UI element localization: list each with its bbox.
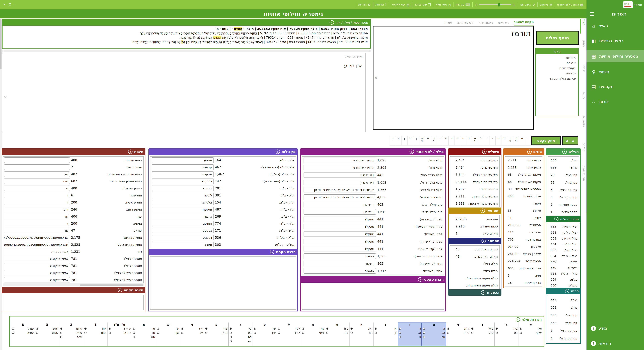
result-text-box[interactable]: תשרקצפעסנמלכיטחזוזחטיכלמנסעפצקרקצפעסנמ [4,242,70,247]
result-text-box[interactable]: מז [4,228,70,233]
radio-button[interactable] [375,332,377,334]
side-tab[interactable]: שעשועים [582,116,586,127]
fill-option[interactable]: עין [254,327,276,331]
radio-button[interactable] [133,336,135,338]
fill-option[interactable]: תאו [133,335,155,339]
fill-option[interactable]: הא [423,331,445,335]
fill-option[interactable]: צדיק [205,331,227,335]
fill-option[interactable]: כאף [302,331,324,335]
letter-count-cell[interactable]: ם [407,136,414,145]
fill-option[interactable]: כף [302,327,324,331]
radio-button[interactable] [399,332,401,334]
result-text-box[interactable]: שצזקצדקסבג [4,263,70,268]
calc-tab[interactable]: טקסט לחישוב [514,20,534,25]
result-text-box[interactable]: תיו יוד ויו ויו יוד ויו ריש יוד שין מם מ… [304,187,376,192]
delete-text-button[interactable]: מחק טקסט [531,136,561,145]
radio-button[interactable] [350,332,353,334]
collapse-arrow-icon[interactable]: ∧ [554,217,558,221]
toolbar-item[interactable]: ⌨ מקלדת [456,3,470,6]
sidebar-item[interactable]: רמזים בסיסיים ◧ [586,36,644,46]
result-text-box[interactable]: קדשסג [152,164,214,170]
copy-icon[interactable]: ❐ [8,3,11,6]
radio-button[interactable] [133,332,135,334]
radio-button[interactable] [84,332,86,334]
result-text-box[interactable]: מדקיפג [152,171,214,177]
fill-option[interactable]: רש [181,331,203,335]
radio-button[interactable] [302,332,304,334]
result-text-box[interactable]: שהקלו [304,224,376,229]
result-text-box[interactable]: אזשמח [304,268,376,274]
result-text-box[interactable]: ר [4,200,70,205]
radio-button[interactable] [133,328,135,330]
result-text-box[interactable]: יו יו יש ם ין [304,180,376,185]
radio-button[interactable] [230,336,232,338]
close-icon[interactable]: ✕ [3,3,6,6]
radio-button[interactable] [109,328,111,330]
fill-option[interactable]: שמנה [12,331,34,335]
letter-count-cell[interactable]: ן [402,136,408,145]
fill-option[interactable]: אחד [84,327,106,331]
fill-option[interactable]: י + ה [109,331,131,335]
result-text-box[interactable]: אפגיע [152,157,214,163]
radio-button[interactable] [230,332,232,334]
fill-option[interactable]: פי [230,327,252,331]
calc-tab[interactable]: משולש מילה [457,21,474,25]
repository-item[interactable]: בעילת מצוה [536,65,578,70]
radio-button[interactable] [302,328,304,330]
fill-option[interactable]: אלוף [520,331,542,335]
radio-button[interactable] [399,336,401,338]
fill-option[interactable]: הי [423,327,445,331]
fill-option[interactable]: פה [230,335,252,339]
fill-option[interactable]: וו [399,335,421,339]
radio-button[interactable] [350,328,353,330]
letter-count-cell[interactable]: ת 1 [419,136,425,145]
result-text-box[interactable]: זמורג [152,242,214,247]
toolbar-item[interactable]: ? הוראות [376,3,387,6]
calc-tab[interactable]: צורות [444,21,452,25]
toolbar-item[interactable]: ⇄ צירופים [540,3,552,6]
radio-button[interactable] [423,332,425,334]
radio-button[interactable] [326,332,328,334]
side-tab[interactable]: מאגר [582,19,586,25]
calc-tab[interactable]: השוואות [498,21,509,25]
radio-button[interactable] [471,328,474,330]
repository-item[interactable]: יהי שם הוי"ה מבורך [536,75,578,80]
fill-option[interactable]: פיא [230,339,252,343]
radio-button[interactable] [12,332,14,334]
letter-count-cell[interactable]: ו 1 [513,136,519,145]
letter-count-cell[interactable]: ס [460,136,466,145]
result-text-box[interactable]: לונשה [152,193,214,198]
result-text-box[interactable]: ו ו ש ם ן [304,202,376,207]
radio-button[interactable] [181,328,183,330]
radio-button[interactable] [375,328,377,330]
radio-button[interactable] [520,328,522,330]
result-text-box[interactable]: כעבסט [152,228,214,233]
letter-count-cell[interactable]: ל [478,136,484,145]
sidebar-item[interactable]: חיפוש ⚲ [586,67,644,77]
result-text-box[interactable]: ותחשם [152,221,214,226]
fill-option[interactable]: בית [496,327,518,331]
collapse-arrow-icon[interactable]: ∧ [418,277,422,282]
fill-option[interactable]: שין [157,327,179,331]
collapse-arrow-icon[interactable]: ∧ [118,288,122,292]
fill-option[interactable]: חת [350,331,372,335]
letter-count-cell[interactable]: ץ [390,136,396,145]
radio-button[interactable] [84,328,86,330]
show-text-area[interactable] [150,257,296,310]
toolbar-item[interactable]: ▦ כמות מילים ואותיות [557,3,583,6]
toolbar-item[interactable]: ❐ פתח בחלון [414,3,431,6]
result-text-box[interactable]: ו ו ש ם ן [304,209,376,215]
fill-option[interactable]: פא [230,331,252,335]
zoom-slider-thumb[interactable] [498,3,500,6]
result-text-box[interactable]: שהקלו [304,217,376,222]
repository-item[interactable]: מאורות [536,54,578,59]
result-text-box[interactable]: שצזקצדקסבג [4,256,70,261]
letter-count-cell[interactable]: צ [442,136,448,145]
radio-button[interactable] [109,332,111,334]
fill-option[interactable]: תיו [133,327,155,331]
side-tab[interactable]: מילונים [582,143,586,152]
collapse-arrow-icon[interactable]: ∧ [410,150,414,154]
fill-option[interactable]: טית [326,327,348,331]
collapse-arrow-icon[interactable]: ∧ [516,317,520,322]
fill-option[interactable]: חית [350,327,372,331]
